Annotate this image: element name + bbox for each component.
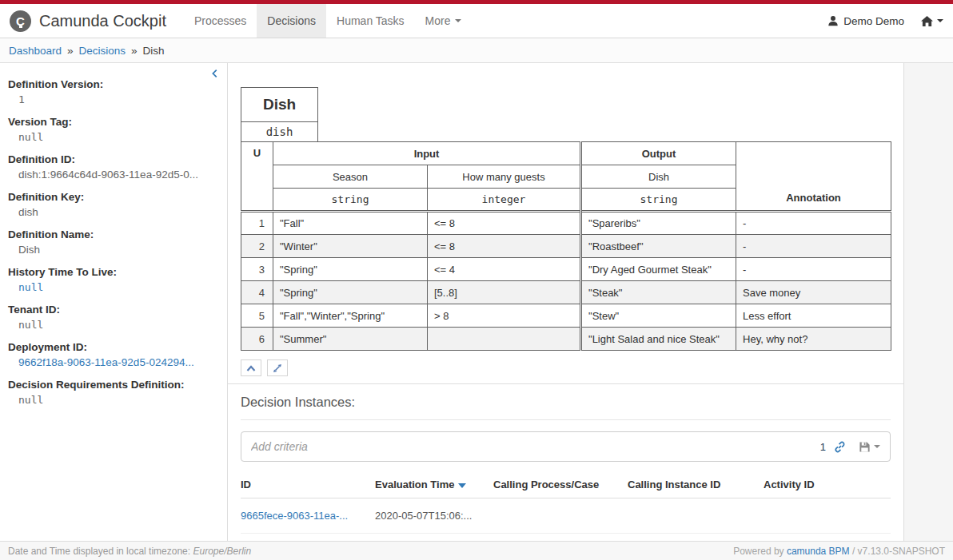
dmn-rule-row: 1 "Fall" <= 8 "Spareribs" - — [241, 212, 891, 235]
copy-link-icon[interactable] — [834, 441, 846, 453]
column-header-id[interactable]: ID — [241, 474, 375, 498]
instance-calling-process — [493, 498, 628, 534]
rule-input: "Winter" — [273, 235, 428, 258]
instances-table: ID Evaluation Time Calling Process/Case … — [241, 474, 891, 534]
rule-input: "Summer" — [273, 328, 428, 351]
field-label: Definition Version: — [8, 78, 213, 90]
dmn-rule-row: 5 "Fall","Winter","Spring" > 8 "Stew" Le… — [241, 304, 891, 328]
field-label: Decision Requirements Definition: — [8, 379, 213, 391]
rule-input — [428, 328, 581, 351]
footer: Date and Time displayed in local timezon… — [0, 541, 953, 560]
dmn-input-type: integer — [428, 189, 581, 212]
nav-item-more[interactable]: More — [415, 4, 472, 38]
rule-output: "Steak" — [581, 281, 736, 304]
instance-id-link[interactable]: 9665fece-9063-11ea-... — [241, 510, 348, 522]
field-value: null — [18, 394, 213, 406]
breadcrumb-decisions[interactable]: Decisions — [79, 45, 126, 57]
dmn-output-label: Dish — [581, 165, 736, 189]
expand-icon — [273, 363, 282, 373]
dmn-input-label: How many guests — [428, 165, 581, 189]
breadcrumb-separator: » — [131, 45, 138, 57]
field-definition-key: Definition Key: dish — [8, 191, 213, 218]
sidebar-collapse-button[interactable] — [207, 66, 223, 82]
rule-output: "Dry Aged Gourmet Steak" — [581, 258, 736, 281]
rule-input: "Spring" — [273, 281, 428, 304]
dmn-input-type: string — [273, 189, 428, 212]
field-definition-name: Definition Name: Dish — [8, 228, 213, 256]
rule-annotation: Hey, why not? — [736, 328, 891, 351]
breadcrumb-dashboard[interactable]: Dashboard — [9, 45, 62, 57]
save-search-button[interactable] — [859, 441, 880, 453]
field-value: dish:1:9664c64d-9063-11ea-92d5-0... — [18, 169, 213, 181]
rule-number: 3 — [241, 258, 273, 281]
dmn-decision-name: Dish — [241, 87, 318, 122]
user-menu[interactable]: Demo Demo — [827, 15, 904, 27]
chevron-left-icon — [209, 68, 221, 79]
rule-number: 5 — [241, 304, 273, 328]
nav-item-decisions[interactable]: Decisions — [257, 4, 326, 38]
field-value: null — [18, 319, 213, 331]
dmn-decision-table: U Input Output Annotation Season How man… — [241, 141, 891, 351]
search-input[interactable] — [251, 440, 820, 453]
rule-annotation: Save money — [736, 281, 891, 304]
column-header-calling-process[interactable]: Calling Process/Case — [493, 474, 628, 498]
logo-letter: C — [16, 14, 25, 28]
instance-evaluation-time: 2020-05-07T15:06:... — [375, 498, 493, 534]
rule-number: 4 — [241, 281, 273, 304]
rule-input: "Spring" — [273, 258, 428, 281]
home-icon — [920, 15, 934, 27]
rule-number: 1 — [241, 212, 273, 235]
nav-item-human-tasks[interactable]: Human Tasks — [326, 4, 415, 38]
field-value: null — [18, 131, 213, 143]
app-title: Camunda Cockpit — [39, 12, 166, 30]
sort-desc-icon[interactable] — [458, 483, 466, 488]
collapse-panel-button[interactable] — [241, 359, 261, 376]
navbar-right: Demo Demo — [827, 4, 953, 38]
column-header-evaluation-time[interactable]: Evaluation Time — [375, 474, 493, 498]
field-value: Dish — [18, 244, 213, 256]
chevron-up-icon — [246, 364, 256, 372]
navbar: C Camunda Cockpit Processes Decisions Hu… — [0, 4, 953, 38]
nav-more-label: More — [425, 14, 451, 27]
timezone-value: Europe/Berlin — [193, 546, 251, 557]
field-definition-id: Definition ID: dish:1:9664c64d-9063-11ea… — [8, 153, 213, 181]
decision-instances-section: Decision Instances: 1 — [228, 383, 903, 534]
expand-fullscreen-button[interactable] — [267, 359, 288, 376]
field-definition-version: Definition Version: 1 — [8, 78, 213, 105]
history-ttl-link[interactable]: null — [18, 281, 213, 293]
camunda-logo-icon: C — [10, 10, 31, 32]
rule-number: 2 — [241, 235, 273, 258]
rule-output: "Spareribs" — [581, 212, 736, 235]
field-label: Deployment ID: — [8, 341, 213, 353]
chevron-down-icon — [455, 19, 461, 22]
column-header-calling-instance-id[interactable]: Calling Instance ID — [628, 474, 764, 498]
chevron-down-icon — [937, 19, 943, 22]
user-icon — [827, 15, 839, 26]
camunda-bpm-link[interactable]: camunda BPM — [787, 546, 850, 557]
sidebar: Definition Version: 1 Version Tag: null … — [0, 63, 228, 541]
home-menu[interactable] — [920, 15, 943, 27]
timezone-label: Date and Time displayed in local timezon… — [8, 546, 190, 557]
instances-header-row: ID Evaluation Time Calling Process/Case … — [241, 474, 891, 498]
nav-item-processes[interactable]: Processes — [184, 4, 257, 38]
deployment-id-link[interactable]: 9662f18a-9063-11ea-92d5-024294... — [18, 356, 213, 368]
field-deployment-id: Deployment ID: 9662f18a-9063-11ea-92d5-0… — [8, 341, 213, 368]
field-version-tag: Version Tag: null — [8, 116, 213, 143]
rule-input: > 8 — [428, 304, 581, 328]
dmn-hit-policy: U — [241, 142, 273, 212]
dmn-output-type: string — [581, 189, 736, 212]
rule-input: "Fall","Winter","Spring" — [273, 304, 428, 328]
field-label: Definition Key: — [8, 191, 213, 203]
save-icon — [859, 441, 871, 453]
powered-by-label: Powered by — [733, 546, 784, 557]
brand[interactable]: C Camunda Cockpit — [10, 4, 166, 38]
result-count: 1 — [820, 441, 826, 453]
search-bar: 1 — [241, 431, 891, 462]
column-header-activity-id[interactable]: Activity ID — [764, 474, 891, 498]
powered-by: Powered by camunda BPM / v7.13.0-SNAPSHO… — [733, 546, 945, 557]
dmn-output-header: Output — [581, 142, 736, 165]
rule-annotation: - — [736, 258, 891, 281]
breadcrumb: Dashboard » Decisions » Dish — [0, 38, 953, 63]
rule-output: "Roastbeef" — [581, 235, 736, 258]
instance-calling-instance-id — [628, 498, 764, 534]
